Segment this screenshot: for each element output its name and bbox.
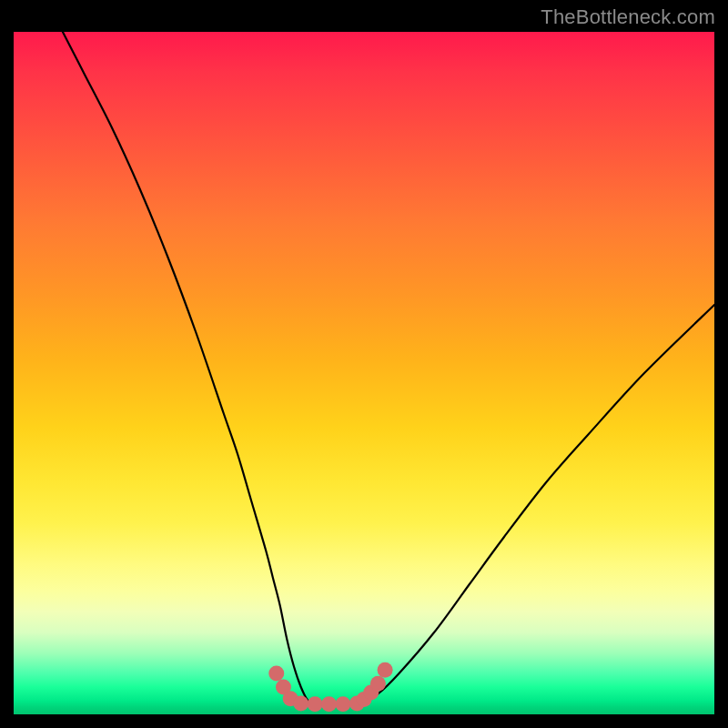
bottleneck-dot [335, 696, 350, 712]
watermark-text: TheBottleneck.com [541, 5, 715, 29]
bottleneck-dots-group [268, 662, 392, 713]
bottleneck-dot [321, 696, 337, 712]
chart-svg [14, 32, 714, 714]
bottleneck-dot [378, 662, 393, 678]
bottleneck-dot [293, 696, 308, 712]
chart-frame [14, 32, 714, 714]
bottleneck-dot [268, 666, 284, 682]
bottleneck-curve-line [63, 32, 714, 704]
bottleneck-dot [370, 676, 386, 692]
bottleneck-dot [308, 696, 323, 712]
